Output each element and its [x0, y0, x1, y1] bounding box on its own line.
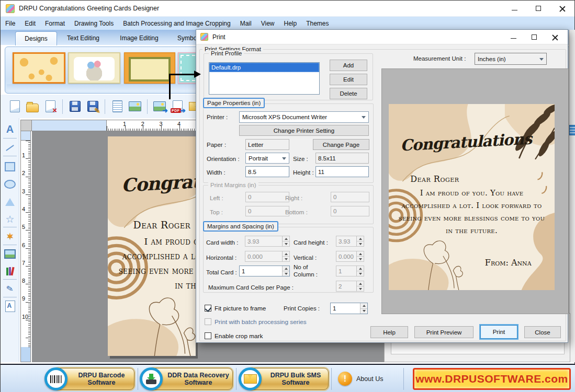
menu-item[interactable]: View	[256, 17, 279, 30]
menu-item[interactable]: Help	[279, 17, 301, 30]
export-image-icon[interactable]: ➜	[152, 99, 167, 114]
tool-triangle[interactable]	[1, 195, 19, 209]
rectangle-tool-icon	[5, 162, 15, 171]
measurement-unit-select[interactable]: Inches (in)	[475, 53, 547, 65]
measurement-unit-label: Measurement Unit :	[413, 55, 466, 62]
printer-select[interactable]: Microsoft XPS Document Writer	[239, 111, 369, 123]
text-note-icon[interactable]	[110, 99, 125, 114]
menu-item[interactable]: File	[1, 17, 20, 30]
annotation-arrow-line	[169, 74, 171, 99]
profile-list-item-selected[interactable]: Default.drp	[209, 63, 319, 72]
drpu-barcode-button[interactable]: DRPU Barcode Software	[44, 367, 134, 390]
max-cells-label: Maximum Card Cells per Page :	[208, 284, 294, 291]
website-link[interactable]: www.DRPUSOFTWARE.com	[413, 368, 571, 390]
vertical-label: Vertical :	[294, 255, 317, 261]
greeting-card[interactable]: Congratulations Dear Roger I am proud of…	[108, 136, 196, 356]
tool-styled-text[interactable]	[1, 299, 19, 313]
library-icon	[6, 267, 14, 275]
save-icon[interactable]	[67, 99, 82, 114]
tool-line[interactable]	[1, 141, 19, 155]
print-margins-group	[203, 185, 374, 224]
crop-mark-checkbox[interactable]	[205, 332, 211, 339]
about-us-button[interactable]: ! About Us	[338, 372, 383, 386]
envelope-icon	[239, 367, 262, 390]
design-thumbnail-floral[interactable]	[13, 52, 65, 84]
tool-custom-shape[interactable]: ✶	[1, 229, 19, 243]
delete-button[interactable]: Delete	[330, 88, 367, 99]
close-dialog-button[interactable]: Close	[524, 326, 561, 338]
tool-library[interactable]	[1, 264, 19, 278]
help-button[interactable]: Help	[370, 326, 408, 338]
triangle-tool-icon	[5, 198, 15, 206]
dialog-maximize-button[interactable]	[524, 30, 545, 44]
open-design-icon[interactable]	[25, 99, 40, 114]
tool-separator	[3, 245, 17, 245]
tool-signature[interactable]: ✎	[1, 282, 19, 295]
ruler-number: 4	[177, 121, 181, 127]
tool-picture[interactable]	[1, 247, 19, 261]
minimize-button[interactable]	[502, 1, 526, 16]
menu-item[interactable]: Batch Processing and Image Cropping	[118, 17, 235, 30]
edit-button[interactable]: Edit	[330, 74, 367, 85]
print-preview-pane: Congratulations Dear Roger I am proud of…	[381, 68, 569, 314]
menu-item[interactable]: Mail	[235, 17, 256, 30]
menu-item[interactable]: Format	[40, 17, 70, 30]
toolbar-separator	[62, 99, 63, 114]
print-preview-button[interactable]: Print Preview	[414, 326, 473, 338]
card-width-stepper: 3.93	[245, 236, 290, 247]
design-thumbnail-balloons[interactable]	[68, 52, 120, 84]
width-input[interactable]: 8.5	[245, 166, 289, 177]
footer-separator	[236, 368, 236, 390]
width-label: Width :	[207, 169, 226, 176]
ddr-data-recovery-button[interactable]: DDR Data Recovery Software	[140, 367, 233, 390]
picture-icon[interactable]	[128, 99, 142, 114]
tool-separator	[3, 156, 17, 156]
add-button[interactable]: Add	[330, 60, 367, 71]
height-input[interactable]: 11	[315, 166, 369, 177]
menu-item[interactable]: Edit	[20, 17, 40, 30]
print-button[interactable]: Print	[480, 325, 517, 339]
export-pdf-icon[interactable]: PDF➜	[170, 99, 185, 114]
canvas-card-area[interactable]: Congratulations Dear Roger I am proud of…	[108, 136, 196, 356]
new-document-icon[interactable]	[7, 99, 22, 114]
orientation-label: Orientation :	[207, 156, 240, 162]
tool-separator	[3, 297, 17, 297]
menu-item[interactable]: Drawing Tools	[70, 17, 118, 30]
save-as-icon[interactable]: ✎	[85, 99, 100, 114]
batch-series-checkbox	[205, 318, 211, 325]
orientation-select[interactable]: Portrait	[245, 153, 289, 164]
dialog-close-button[interactable]	[545, 30, 566, 44]
tool-rectangle[interactable]	[1, 160, 19, 174]
max-cells-stepper: 2	[336, 281, 364, 292]
card-height-stepper: 3.93	[336, 236, 364, 247]
ruler-number: 7	[22, 260, 25, 266]
card-salutation: Dear Roger	[133, 219, 190, 230]
window-title: DRPU Congratulations Greeting Cards Desi…	[19, 5, 159, 12]
dialog-minimize-button[interactable]	[503, 30, 524, 44]
maximize-icon	[536, 6, 541, 11]
tool-ellipse[interactable]	[1, 177, 19, 191]
tab-text-editing[interactable]: Text Editing	[62, 31, 104, 45]
design-thumbnail-bamboo[interactable]	[124, 52, 175, 84]
ellipse-tool-icon	[4, 180, 16, 189]
maximize-button[interactable]	[526, 1, 550, 16]
close-button[interactable]	[550, 1, 574, 16]
drpu-bulk-sms-button[interactable]: DRPU Bulk SMS Software	[239, 367, 329, 390]
tool-star[interactable]: ☆	[1, 212, 19, 226]
change-page-button[interactable]: Change Page	[313, 139, 369, 150]
fit-picture-checkbox[interactable]	[205, 305, 211, 312]
vertical-stepper: 0.000	[336, 251, 364, 262]
tab-designs[interactable]: Designs	[15, 31, 57, 45]
chevron-down-icon	[539, 58, 544, 61]
change-printer-setting-button[interactable]: Change Printer Setting	[239, 125, 369, 136]
tool-text[interactable]: A	[1, 122, 19, 136]
menu-bar: FileEditFormatDrawing ToolsBatch Process…	[1, 16, 574, 30]
total-card-stepper[interactable]: 1	[239, 266, 290, 276]
tab-image-editing[interactable]: Image Editing	[117, 31, 162, 45]
print-margins-label: Print Margins (in)	[208, 182, 258, 188]
print-copies-stepper[interactable]: 1	[330, 303, 368, 314]
delete-design-icon[interactable]: ×	[43, 99, 58, 114]
right-panel-icon[interactable]	[569, 125, 575, 135]
print-profile-list[interactable]: Default.drp	[209, 62, 320, 95]
menu-item[interactable]: Themes	[301, 17, 333, 30]
